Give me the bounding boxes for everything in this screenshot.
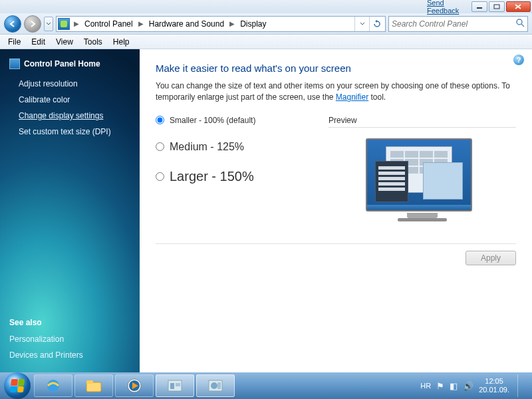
- preview-image: [366, 138, 479, 225]
- magnifier-link[interactable]: Magnifier: [336, 92, 368, 102]
- svg-line-3: [521, 24, 524, 27]
- window-titlebar: Send Feedback: [0, 0, 532, 13]
- menu-bar: File Edit View Tools Help: [0, 35, 532, 49]
- system-tray: HR ⚑ ◧ 🔊 12:05 20.01.09.: [420, 374, 528, 397]
- tray-clock[interactable]: 12:05 20.01.09.: [479, 377, 509, 394]
- svg-rect-5: [86, 382, 101, 392]
- sidebar-item-adjust-resolution[interactable]: Adjust resolution: [9, 76, 132, 92]
- back-button[interactable]: [4, 15, 21, 33]
- history-dropdown[interactable]: [44, 17, 53, 31]
- content-pane: ? Make it easier to read what's on your …: [140, 49, 532, 372]
- search-input[interactable]: [392, 19, 515, 29]
- svg-rect-14: [217, 382, 221, 389]
- sidebar-item-change-display-settings[interactable]: Change display settings: [9, 108, 132, 124]
- menu-view[interactable]: View: [51, 36, 78, 48]
- radio-medium[interactable]: [156, 142, 164, 151]
- chevron-right-icon[interactable]: ▶: [72, 20, 80, 27]
- svg-rect-10: [170, 383, 174, 389]
- sidebar: Control Panel Home Adjust resolution Cal…: [0, 49, 140, 372]
- svg-rect-1: [494, 5, 499, 9]
- menu-file[interactable]: File: [3, 36, 26, 48]
- taskbar-media-player[interactable]: [115, 374, 154, 397]
- control-panel-icon: [9, 59, 20, 69]
- see-also-section: See also Personalization Devices and Pri…: [9, 318, 83, 363]
- svg-rect-0: [477, 7, 482, 9]
- taskbar-ie[interactable]: [34, 374, 72, 397]
- search-box[interactable]: [388, 16, 528, 32]
- chevron-right-icon[interactable]: ▶: [137, 20, 145, 27]
- radio-smaller[interactable]: [156, 116, 164, 124]
- tray-volume-icon[interactable]: 🔊: [463, 381, 473, 391]
- navigation-bar: ▶ Control Panel ▶ Hardware and Sound ▶ D…: [0, 13, 532, 35]
- size-options: Smaller - 100% (default) Medium - 125% L…: [156, 116, 329, 200]
- address-dropdown[interactable]: [354, 17, 369, 31]
- page-title: Make it easier to read what's on your sc…: [156, 63, 516, 74]
- taskbar: HR ⚑ ◧ 🔊 12:05 20.01.09.: [0, 372, 532, 399]
- see-also-heading: See also: [9, 318, 83, 327]
- svg-rect-6: [86, 380, 93, 384]
- control-panel-home-link[interactable]: Control Panel Home: [9, 59, 132, 69]
- menu-edit[interactable]: Edit: [26, 36, 51, 48]
- svg-point-13: [211, 382, 217, 389]
- sidebar-item-custom-dpi[interactable]: Set custom text size (DPI): [9, 124, 132, 140]
- search-icon[interactable]: [515, 18, 525, 29]
- menu-tools[interactable]: Tools: [78, 36, 108, 48]
- show-desktop-button[interactable]: [517, 374, 524, 397]
- crumb-display[interactable]: Display: [236, 19, 270, 29]
- refresh-button[interactable]: [369, 17, 384, 31]
- option-larger[interactable]: Larger - 150%: [156, 169, 329, 184]
- option-medium[interactable]: Medium - 125%: [156, 141, 329, 153]
- taskbar-explorer[interactable]: [74, 374, 113, 397]
- svg-point-2: [517, 19, 522, 25]
- see-also-personalization[interactable]: Personalization: [9, 331, 83, 347]
- maximize-button[interactable]: [489, 1, 505, 12]
- svg-rect-11: [176, 383, 180, 386]
- language-indicator[interactable]: HR: [420, 382, 431, 390]
- forward-button[interactable]: [24, 15, 41, 33]
- chevron-right-icon[interactable]: ▶: [228, 20, 236, 27]
- crumb-control-panel[interactable]: Control Panel: [80, 19, 137, 29]
- send-feedback-link[interactable]: Send Feedback: [427, 0, 470, 15]
- control-panel-icon: [58, 18, 70, 30]
- page-description: You can change the size of text and othe…: [156, 80, 516, 104]
- help-icon[interactable]: ?: [513, 55, 524, 65]
- taskbar-app-2[interactable]: [196, 374, 235, 397]
- sidebar-item-calibrate-color[interactable]: Calibrate color: [9, 92, 132, 108]
- tray-flag-icon[interactable]: ⚑: [436, 381, 444, 391]
- minimize-button[interactable]: [471, 1, 487, 12]
- apply-button: Apply: [466, 251, 516, 265]
- see-also-devices-printers[interactable]: Devices and Printers: [9, 347, 83, 363]
- menu-help[interactable]: Help: [108, 36, 135, 48]
- preview-label: Preview: [329, 116, 516, 128]
- option-smaller[interactable]: Smaller - 100% (default): [156, 116, 329, 125]
- taskbar-app-1[interactable]: [156, 374, 194, 397]
- radio-larger[interactable]: [156, 172, 164, 181]
- close-button[interactable]: [506, 1, 531, 12]
- crumb-hardware-sound[interactable]: Hardware and Sound: [145, 19, 228, 29]
- address-bar[interactable]: ▶ Control Panel ▶ Hardware and Sound ▶ D…: [56, 16, 386, 32]
- tray-network-icon[interactable]: ◧: [450, 381, 458, 391]
- start-button[interactable]: [4, 372, 31, 399]
